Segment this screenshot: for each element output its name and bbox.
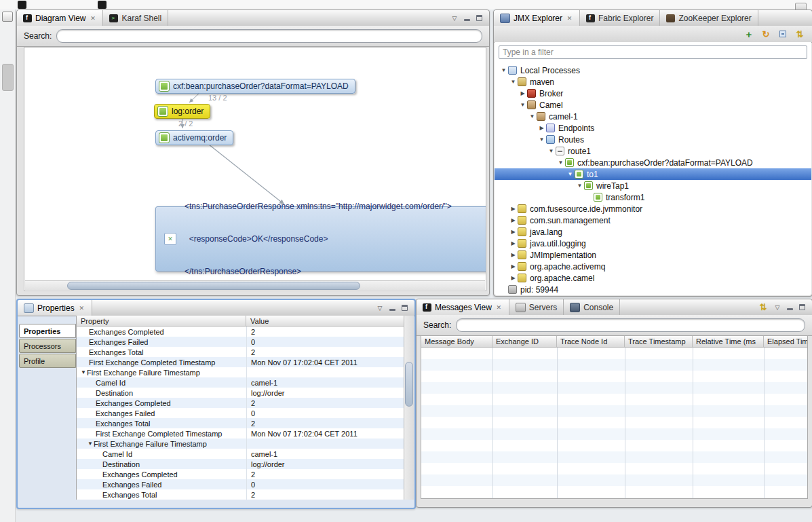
minimize-icon[interactable]	[463, 14, 471, 22]
node-activemq-order[interactable]: activemq:order	[155, 130, 233, 145]
tab-fabric-explorer[interactable]: Fabric Explorer	[580, 10, 660, 26]
collapse-arrow-icon[interactable]	[509, 263, 517, 269]
column-header-trace-timestamp[interactable]: Trace Timestamp	[625, 336, 693, 347]
property-row[interactable]: Camel Idcamel-1	[77, 449, 404, 459]
side-tab-processors[interactable]: Processors	[19, 339, 76, 353]
collapse-arrow-icon[interactable]	[88, 441, 94, 447]
jmx-filter-input[interactable]	[499, 45, 807, 59]
collapse-arrow-icon[interactable]	[81, 369, 87, 375]
column-header-relative-time[interactable]: Relative Time (ms	[693, 336, 764, 347]
property-row[interactable]: Destinationlog://order	[77, 388, 404, 398]
property-row[interactable]: Exchanges Total2	[77, 489, 404, 500]
property-row[interactable]: Camel Idcamel-1	[77, 377, 404, 388]
expand-arrow-icon[interactable]	[509, 79, 517, 85]
messages-table-body[interactable]	[421, 348, 807, 498]
tab-messages-view[interactable]: Messages View	[417, 299, 509, 315]
refresh-messages-icon[interactable]	[758, 302, 769, 313]
collapse-all-icon[interactable]	[777, 29, 788, 39]
collapse-arrow-icon[interactable]	[519, 90, 526, 96]
column-header-elapsed-time[interactable]: Elapsed Tim	[764, 336, 807, 347]
close-icon[interactable]	[566, 14, 573, 22]
maximize-icon[interactable]	[401, 304, 408, 312]
expand-arrow-icon[interactable]	[500, 67, 507, 73]
expand-arrow-icon[interactable]	[557, 160, 564, 166]
property-row[interactable]: Exchanges Failed0	[77, 408, 404, 418]
tab-properties[interactable]: Properties	[18, 300, 92, 316]
xml-response-node[interactable]: <tns:PurchaseOrderResponse xmlns:tns="ht…	[155, 206, 486, 272]
node-cxf-bean[interactable]: cxf:bean:purchaseOrder?dataFormat=PAYLOA…	[155, 79, 355, 94]
close-icon[interactable]	[78, 304, 85, 312]
collapse-arrow-icon[interactable]	[509, 217, 517, 223]
tab-console[interactable]: Console	[564, 299, 620, 315]
view-menu-icon[interactable]	[773, 303, 781, 311]
messages-search-input[interactable]	[456, 318, 805, 332]
tab-karaf-shell[interactable]: Karaf Shell	[103, 10, 168, 26]
sync-icon[interactable]	[794, 29, 805, 39]
tree-item-org-apache-activemq[interactable]: org.apache.activemq	[495, 261, 811, 272]
scrollbar-thumb[interactable]	[67, 282, 360, 290]
minimize-icon[interactable]	[389, 304, 396, 312]
minimize-icon[interactable]	[786, 303, 794, 311]
property-row[interactable]: Exchanges Total2	[77, 418, 404, 428]
tree-item-org-apache-camel[interactable]: org.apache.camel	[495, 272, 811, 284]
expand-arrow-icon[interactable]	[576, 183, 583, 189]
property-row[interactable]: First Exchange Failure Timestamp	[77, 439, 404, 449]
expand-arrow-icon[interactable]	[566, 171, 574, 177]
tree-item-maven[interactable]: maven	[495, 76, 811, 88]
tree-item-broker[interactable]: Broker	[495, 88, 811, 99]
tree-item-endpoints[interactable]: Endpoints	[495, 122, 811, 134]
property-row[interactable]: Exchanges Failed0	[77, 337, 404, 347]
property-row[interactable]: Exchanges Completed2	[77, 327, 404, 337]
tree-item-pid[interactable]: pid: 59944	[495, 284, 811, 295]
property-row[interactable]: First Exchange Completed TimestampMon No…	[77, 428, 404, 439]
property-row[interactable]: Exchanges Failed0	[77, 479, 404, 489]
side-tab-profile[interactable]: Profile	[19, 354, 76, 368]
tree-item-wiretap1[interactable]: wireTap1	[495, 180, 811, 191]
property-row[interactable]: Destinationlog://order	[77, 459, 404, 469]
maximize-icon[interactable]	[798, 303, 806, 311]
tree-item-to1[interactable]: to1	[495, 168, 811, 180]
property-row[interactable]: Exchanges Total2	[77, 347, 404, 357]
minimized-view-icon[interactable]	[2, 12, 13, 22]
tree-item-transform1[interactable]: transform1	[495, 191, 811, 203]
collapse-arrow-icon[interactable]	[538, 125, 545, 131]
vertical-scrollbar[interactable]	[404, 316, 414, 500]
refresh-icon[interactable]	[760, 29, 771, 39]
tree-item-java-util-logging[interactable]: java.util.logging	[495, 238, 811, 249]
property-row[interactable]: First Exchange Failure Timestamp	[77, 367, 404, 377]
diagram-canvas[interactable]: cxf:bean:purchaseOrder?dataFormat=PAYLOA…	[24, 47, 486, 291]
tab-diagram-view[interactable]: Diagram View	[17, 10, 103, 26]
tab-servers[interactable]: Servers	[509, 299, 564, 315]
view-menu-icon[interactable]	[450, 14, 459, 22]
tree-item-route1[interactable]: route1	[495, 145, 811, 157]
side-tab-properties[interactable]: Properties	[19, 324, 76, 338]
collapse-arrow-icon[interactable]	[509, 206, 517, 212]
view-menu-icon[interactable]	[376, 304, 384, 312]
tree-item-cxf-bean[interactable]: cxf:bean:purchaseOrder?dataFormat=PAYLOA…	[495, 157, 811, 168]
tab-zookeeper-explorer[interactable]: ZooKeeper Explorer	[660, 10, 758, 26]
expand-arrow-icon[interactable]	[538, 136, 545, 143]
add-connection-icon[interactable]	[743, 29, 754, 39]
column-header-message-body[interactable]: Message Body	[421, 336, 492, 347]
tree-item-camel-1[interactable]: camel-1	[495, 111, 811, 122]
maximize-icon[interactable]	[476, 14, 483, 22]
close-icon[interactable]	[495, 303, 503, 311]
property-row[interactable]: First Exchange Completed TimestampMon No…	[77, 357, 404, 367]
rail-handle[interactable]	[2, 64, 14, 91]
tab-jmx-explorer[interactable]: JMX Explorer	[494, 10, 580, 26]
tree-item-camel[interactable]: Camel	[495, 99, 811, 111]
expand-arrow-icon[interactable]	[528, 113, 536, 119]
horizontal-scrollbar[interactable]	[25, 280, 485, 290]
tree-item-com-sun-management[interactable]: com.sun.management	[495, 215, 811, 226]
close-icon[interactable]	[89, 14, 96, 22]
node-log-order[interactable]: log:order	[154, 104, 210, 119]
expand-arrow-icon[interactable]	[547, 148, 555, 154]
collapse-arrow-icon[interactable]	[509, 240, 517, 246]
tree-item-routes[interactable]: Routes	[495, 134, 811, 145]
tree-item-local-processes[interactable]: Local Processes	[495, 64, 811, 76]
property-row[interactable]: Exchanges Completed2	[77, 469, 404, 479]
column-header-exchange-id[interactable]: Exchange ID	[492, 336, 557, 347]
expand-arrow-icon[interactable]	[519, 102, 526, 108]
collapse-arrow-icon[interactable]	[509, 252, 517, 258]
scrollbar-thumb[interactable]	[405, 362, 413, 407]
